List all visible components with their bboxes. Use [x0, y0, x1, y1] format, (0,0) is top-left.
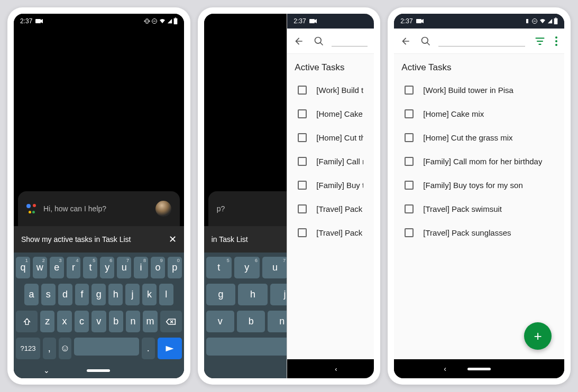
key-a[interactable]: a	[24, 284, 39, 305]
task-row[interactable]: [Family] Call mom for her birthday	[394, 150, 564, 173]
back-icon[interactable]	[400, 36, 411, 46]
task-row[interactable]: [Family] Call m	[287, 150, 374, 173]
key-t[interactable]: t5	[206, 257, 232, 278]
checkbox[interactable]	[405, 157, 414, 166]
checkbox[interactable]	[298, 157, 307, 166]
checkbox[interactable]	[405, 109, 414, 118]
svg-rect-9	[309, 19, 315, 23]
dnd-icon	[531, 18, 538, 24]
nav-home-pill[interactable]	[467, 368, 491, 370]
task-label: [Travel] Pack s	[316, 228, 363, 237]
task-row[interactable]: [Travel] Pack swimsuit	[394, 197, 564, 221]
search-input[interactable]	[332, 36, 368, 46]
task-row[interactable]: [Travel] Pack sunglasses	[394, 221, 564, 245]
key-u[interactable]: u7	[117, 257, 131, 278]
key-y[interactable]: y6	[100, 257, 114, 278]
key-z[interactable]: z	[40, 311, 54, 332]
key-m[interactable]: m	[143, 311, 157, 332]
key-t[interactable]: t5	[83, 257, 97, 278]
task-row[interactable]: [Travel] Pack s	[287, 221, 374, 245]
fab-add-button[interactable]: +	[524, 322, 552, 350]
comma-key[interactable]: ,	[43, 338, 56, 359]
key-p[interactable]: p0	[168, 257, 182, 278]
checkbox[interactable]	[298, 86, 307, 95]
system-navbar[interactable]: ‹	[287, 359, 374, 378]
back-icon[interactable]	[293, 36, 304, 46]
section-title: Active Tasks	[287, 54, 374, 78]
checkbox[interactable]	[405, 181, 414, 190]
key-n[interactable]: n	[126, 311, 140, 332]
key-y[interactable]: y6	[234, 257, 260, 278]
key-h[interactable]: h	[238, 284, 268, 305]
keyboard[interactable]: q1 w2 e3 r4 t5 y6 u7 i8 o9 p0 a s d f g …	[14, 253, 184, 362]
spacebar-key[interactable]	[74, 338, 139, 356]
key-b[interactable]: b	[109, 311, 123, 332]
search-icon[interactable]	[314, 36, 324, 46]
task-list[interactable]: [Work] Build t [Home] Cake [Home] Cut th…	[287, 78, 374, 359]
task-row[interactable]: [Family] Buy t	[287, 173, 374, 197]
key-h[interactable]: h	[108, 284, 123, 305]
key-d[interactable]: d	[58, 284, 72, 305]
battery-icon	[554, 17, 558, 25]
nav-home-pill[interactable]	[87, 369, 110, 372]
checkbox[interactable]	[298, 228, 307, 237]
task-row[interactable]: [Home] Cake mix	[394, 102, 564, 126]
key-l[interactable]: l	[159, 284, 173, 305]
task-row[interactable]: [Home] Cut the grass mix	[394, 126, 564, 150]
send-key[interactable]	[158, 338, 182, 359]
assistant-input-bar[interactable]: Show my active tasks in Task List ✕	[14, 226, 184, 253]
nav-back-icon[interactable]: ‹	[444, 365, 446, 373]
checkbox[interactable]	[298, 109, 307, 118]
key-s[interactable]: s	[41, 284, 56, 305]
backspace-key[interactable]	[160, 311, 182, 332]
filter-icon[interactable]	[535, 36, 545, 46]
key-c[interactable]: c	[75, 311, 89, 332]
avatar[interactable]	[155, 201, 171, 217]
checkbox[interactable]	[298, 181, 307, 190]
key-i[interactable]: i8	[134, 257, 148, 278]
nav-back-icon[interactable]: ‹	[335, 365, 337, 373]
key-v[interactable]: v	[91, 311, 106, 332]
checkbox[interactable]	[298, 204, 307, 213]
key-g[interactable]: g	[91, 284, 106, 305]
symbols-key[interactable]: ?123	[16, 338, 40, 359]
search-input[interactable]	[438, 36, 525, 46]
task-row[interactable]: [Home] Cut th	[287, 126, 374, 150]
key-f[interactable]: f	[75, 284, 89, 305]
key-q[interactable]: q1	[16, 257, 30, 278]
overflow-menu-icon[interactable]	[555, 36, 558, 46]
close-icon[interactable]: ✕	[169, 234, 177, 245]
key-k[interactable]: k	[142, 284, 157, 305]
key-b[interactable]: b	[237, 311, 265, 332]
checkbox[interactable]	[405, 133, 414, 142]
checkbox[interactable]	[405, 228, 414, 237]
key-o[interactable]: o9	[151, 257, 165, 278]
wifi-icon	[539, 18, 546, 24]
task-row[interactable]: [Home] Cake	[287, 102, 374, 126]
key-r[interactable]: r4	[67, 257, 81, 278]
task-row[interactable]: [Work] Build tower in Pisa	[394, 78, 564, 102]
task-row[interactable]: [Family] Buy toys for my son	[394, 173, 564, 197]
task-row[interactable]: [Work] Build t	[287, 78, 374, 102]
key-g[interactable]: g	[206, 284, 236, 305]
task-list[interactable]: [Work] Build tower in Pisa [Home] Cake m…	[394, 78, 564, 359]
task-row[interactable]: [Travel] Pack s	[287, 197, 374, 221]
key-x[interactable]: x	[57, 311, 71, 332]
emoji-key[interactable]: ☺	[59, 338, 72, 359]
search-icon[interactable]	[420, 36, 431, 46]
assistant-card[interactable]: Hi, how can I help?	[18, 191, 180, 226]
key-u[interactable]: u7	[262, 257, 288, 278]
key-e[interactable]: e3	[50, 257, 64, 278]
checkbox[interactable]	[405, 86, 414, 95]
key-w[interactable]: w2	[33, 257, 47, 278]
shift-key[interactable]	[16, 311, 38, 332]
system-navbar[interactable]: ⌄	[14, 362, 184, 378]
key-v[interactable]: v	[206, 311, 234, 332]
period-key[interactable]: .	[142, 338, 155, 359]
system-navbar[interactable]: ‹	[394, 359, 564, 378]
checkbox[interactable]	[298, 133, 307, 142]
nav-back-icon[interactable]: ⌄	[43, 366, 50, 375]
key-j[interactable]: j	[125, 284, 140, 305]
checkbox[interactable]	[405, 204, 414, 213]
svg-rect-0	[35, 19, 41, 23]
